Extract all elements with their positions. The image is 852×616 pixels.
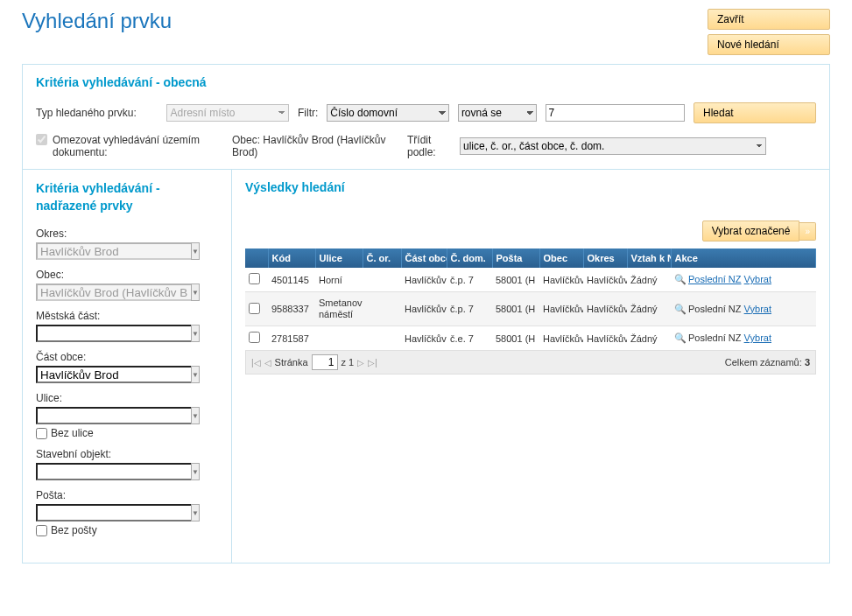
pager: |◁ ◁ Stránka z 1 ▷ ▷| Celkem záznamů: 3 (245, 351, 816, 374)
bez-ulice-checkbox[interactable] (36, 428, 47, 439)
table-cell: Havlíčkův (583, 326, 627, 351)
obec-dropdown-icon[interactable]: ▼ (191, 284, 200, 301)
table-row: 4501145HorníHavlíčkůvč.p. 758001 (HHavlí… (245, 268, 816, 292)
stavobj-dropdown-icon[interactable]: ▼ (191, 463, 200, 480)
table-cell (315, 326, 363, 351)
criteria-parent-panel: Kritéria vyhledávání - nadřazené prvky O… (22, 170, 232, 564)
column-header[interactable]: Obec (539, 248, 583, 268)
mcast-dropdown-icon[interactable]: ▼ (191, 325, 200, 342)
page-title: Vyhledání prvku (22, 9, 172, 33)
table-cell: Havlíčkův (401, 268, 447, 292)
column-header[interactable]: Kód (268, 248, 315, 268)
new-search-button[interactable]: Nové hledání (708, 34, 830, 55)
table-row: 2781587Havlíčkůvč.e. 758001 (HHavlíčkůvH… (245, 326, 816, 351)
table-row: 9588337Smetanovo náměstíHavlíčkůvč.p. 75… (245, 292, 816, 326)
magnify-icon: 🔍 (674, 332, 687, 343)
row-checkbox[interactable] (249, 332, 260, 343)
page-input[interactable] (312, 354, 338, 370)
first-page-icon[interactable]: |◁ (251, 358, 261, 368)
prev-page-icon[interactable]: ◁ (264, 358, 271, 368)
criteria-general-title: Kritéria vyhledávání - obecná (36, 75, 816, 89)
table-cell: Havlíčkův (583, 292, 627, 326)
ulice-input[interactable] (36, 407, 191, 424)
stavobj-input[interactable] (36, 463, 191, 480)
row-checkbox[interactable] (249, 303, 260, 314)
table-cell: 2781587 (268, 326, 315, 351)
okres-input (36, 242, 191, 260)
okres-dropdown-icon[interactable]: ▼ (191, 242, 200, 260)
table-cell (363, 292, 401, 326)
table-cell: Havlíčkův (583, 268, 627, 292)
mcast-input[interactable] (36, 325, 191, 342)
next-page-icon[interactable]: ▷ (357, 358, 364, 368)
limit-checkbox[interactable] (36, 134, 47, 145)
magnify-icon: 🔍 (674, 274, 687, 284)
posledni-nz-link[interactable]: Poslední NZ (688, 274, 742, 284)
type-label: Typ hledaného prvku: (36, 107, 158, 119)
bez-ulice-label: Bez ulice (51, 427, 94, 439)
filter-field-select[interactable]: Číslo domovní (327, 104, 449, 122)
table-cell (363, 326, 401, 351)
castobce-input[interactable] (36, 366, 191, 383)
table-cell: Havlíčkův (539, 326, 583, 351)
table-cell: Havlíčkův (539, 268, 583, 292)
criteria-parent-title: Kritéria vyhledávání - nadřazené prvky (36, 180, 218, 214)
column-header[interactable]: Akce (671, 248, 816, 268)
table-cell: 4501145 (268, 268, 315, 292)
posledni-nz-text: Poslední NZ (688, 304, 742, 314)
results-title: Výsledky hledání (245, 180, 816, 194)
bez-posty-label: Bez pošty (51, 524, 97, 536)
obec-input (36, 284, 191, 301)
forward-icon[interactable]: » (799, 222, 816, 241)
results-table: KódUliceČ. or.Část obceČ. dom.PoštaObecO… (245, 248, 816, 351)
table-cell: 9588337 (268, 292, 315, 326)
column-header[interactable]: Pošta (492, 248, 539, 268)
castobce-label: Část obce: (36, 351, 218, 363)
posta-label: Pošta: (36, 489, 218, 501)
page-label: Stránka (275, 357, 308, 368)
close-button[interactable]: Zavřít (708, 9, 830, 30)
last-page-icon[interactable]: ▷| (368, 358, 377, 368)
table-cell: Horní (315, 268, 363, 292)
vybrat-link[interactable]: Vybrat (744, 332, 771, 343)
posta-dropdown-icon[interactable]: ▼ (191, 504, 200, 522)
table-cell: č.p. 7 (447, 292, 492, 326)
ulice-label: Ulice: (36, 392, 218, 404)
table-cell (363, 268, 401, 292)
total-records: 3 (805, 357, 810, 368)
column-header[interactable] (245, 248, 268, 268)
castobce-dropdown-icon[interactable]: ▼ (191, 366, 200, 383)
type-select[interactable]: Adresní místo (166, 104, 289, 122)
sort-select[interactable]: ulice, č. or., část obce, č. dom. (460, 137, 766, 155)
posta-input[interactable] (36, 504, 191, 522)
criteria-general-panel: Kritéria vyhledávání - obecná Typ hledan… (22, 64, 830, 170)
search-button[interactable]: Hledat (694, 102, 816, 123)
row-checkbox[interactable] (249, 273, 260, 284)
table-cell: Žádný (627, 326, 671, 351)
table-cell: Smetanovo náměstí (315, 292, 363, 326)
ulice-dropdown-icon[interactable]: ▼ (191, 407, 200, 424)
table-cell: č.p. 7 (447, 268, 492, 292)
vybrat-link[interactable]: Vybrat (744, 274, 771, 284)
column-header[interactable]: Okres (583, 248, 627, 268)
filter-op-select[interactable]: rovná se (458, 104, 537, 122)
table-cell: 🔍Poslední NZ Vybrat (671, 326, 816, 351)
table-cell: 58001 (H (492, 268, 539, 292)
column-header[interactable]: Ulice (315, 248, 363, 268)
select-marked-button[interactable]: Vybrat označené (702, 220, 800, 242)
obec-info: Obec: Havlíčkův Brod (Havlíčkův Brod) (232, 134, 394, 158)
table-cell (245, 268, 268, 292)
column-header[interactable]: Č. or. (363, 248, 401, 268)
column-header[interactable]: Vztah k NZ (627, 248, 671, 268)
column-header[interactable]: Část obce (401, 248, 447, 268)
vybrat-link[interactable]: Vybrat (744, 304, 771, 314)
bez-posty-checkbox[interactable] (36, 525, 47, 536)
sort-label: Třídit podle: (407, 134, 451, 158)
filter-label: Filtr: (298, 107, 318, 119)
filter-value-input[interactable] (546, 104, 685, 122)
top-buttons: Zavřít Nové hledání (708, 9, 830, 55)
table-cell: 🔍Poslední NZ Vybrat (671, 268, 816, 292)
column-header[interactable]: Č. dom. (447, 248, 492, 268)
stavobj-label: Stavební objekt: (36, 448, 218, 460)
total-records-label: Celkem záznamů: (725, 357, 802, 368)
